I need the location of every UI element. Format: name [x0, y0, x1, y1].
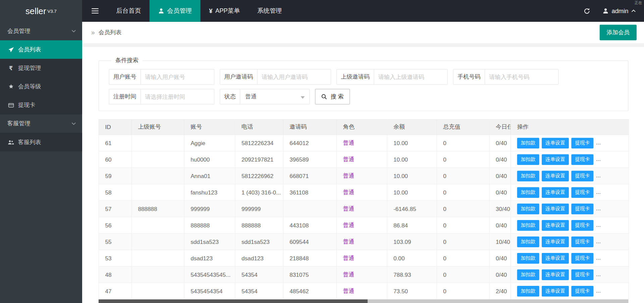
table-row: 56888888888888443108普通86.8400/40加扣款连单设置提… [99, 217, 629, 233]
combo-order-settings-button[interactable]: 连单设置 [542, 269, 569, 280]
more-actions[interactable]: ... [596, 139, 601, 146]
scrollbar-thumb[interactable] [99, 299, 368, 303]
sidebar-item-label: 会员列表 [18, 46, 41, 53]
more-actions[interactable]: ... [596, 172, 601, 179]
combo-order-settings-button[interactable]: 连单设置 [542, 171, 569, 181]
nav-tab[interactable]: 会员管理 [150, 0, 201, 22]
role-badge[interactable]: 普通 [343, 205, 354, 212]
combo-order-settings-button[interactable]: 连单设置 [542, 187, 569, 198]
withdraw-card-button[interactable]: 提现卡 [571, 154, 593, 165]
hamburger-icon[interactable] [82, 0, 108, 22]
withdraw-card-button[interactable]: 提现卡 [571, 286, 593, 296]
role-badge[interactable]: 普通 [343, 188, 354, 195]
topbar-right: admin [576, 0, 644, 22]
more-actions[interactable]: ... [596, 254, 601, 261]
nav-tab[interactable]: 后台首页 [108, 0, 150, 22]
cell-id: 59 [99, 168, 131, 184]
role-badge[interactable]: 普通 [343, 287, 354, 294]
withdraw-card-button[interactable]: 提现卡 [571, 187, 593, 198]
cell-role: 普通 [336, 233, 387, 250]
sidebar-item[interactable]: 会员等级 [0, 77, 82, 96]
sidebar-group[interactable]: 会员管理 [0, 22, 82, 40]
add-deduct-button[interactable]: 加扣款 [517, 253, 539, 263]
refresh-button[interactable] [576, 8, 599, 14]
nav-tab[interactable]: 系统管理 [249, 0, 290, 22]
cell-balance: 0.00 [387, 250, 437, 266]
add-deduct-button[interactable]: 加扣款 [517, 154, 539, 165]
search-button[interactable]: 搜 索 [315, 89, 350, 104]
sidebar-item[interactable]: 会员列表 [0, 40, 82, 59]
nav-tab[interactable]: ¥APP菜单 [201, 0, 249, 22]
sidebar-item[interactable]: ₹提现管理 [0, 59, 82, 77]
cell-account: sdd1sa523 [184, 233, 235, 250]
brand[interactable]: seller V3.7 [0, 0, 82, 22]
add-deduct-button[interactable]: 加扣款 [517, 220, 539, 230]
status-select[interactable]: 普通 [240, 89, 309, 104]
more-actions[interactable]: ... [596, 221, 601, 228]
combo-order-settings-button[interactable]: 连单设置 [542, 220, 569, 230]
combo-order-settings-button[interactable]: 连单设置 [542, 253, 569, 263]
more-actions[interactable]: ... [596, 287, 601, 294]
combo-order-settings-button[interactable]: 连单设置 [542, 204, 569, 214]
cell-role: 普通 [336, 151, 387, 168]
withdraw-card-button[interactable]: 提现卡 [571, 236, 593, 247]
add-member-button[interactable]: 添加会员 [600, 25, 637, 40]
combo-order-settings-button[interactable]: 连单设置 [542, 286, 569, 296]
add-deduct-button[interactable]: 加扣款 [517, 286, 539, 296]
field-input[interactable] [141, 70, 214, 84]
main-area: » 会员列表 添加会员 条件搜索 用户账号用户邀请码上级邀请码手机号码 注册时间… [82, 22, 644, 303]
user-menu[interactable]: admin [598, 7, 644, 14]
cell-actions: 加扣款连单设置提现卡... [511, 135, 629, 151]
more-actions[interactable]: ... [596, 205, 601, 212]
add-deduct-button[interactable]: 加扣款 [517, 171, 539, 181]
cell-balance: -6146.85 [387, 201, 437, 217]
add-deduct-button[interactable]: 加扣款 [517, 204, 539, 214]
more-actions[interactable]: ... [596, 238, 601, 245]
combo-order-settings-button[interactable]: 连单设置 [542, 138, 569, 148]
combo-order-settings-button[interactable]: 连单设置 [542, 154, 569, 165]
chevron-down-icon [71, 30, 76, 33]
column-header: 邀请码 [283, 120, 336, 135]
withdraw-card-button[interactable]: 提现卡 [571, 269, 593, 280]
sidebar-group[interactable]: 客服管理 [0, 114, 82, 133]
cell-id: 58 [99, 184, 131, 201]
field-input[interactable] [485, 70, 558, 84]
cell-role: 普通 [336, 184, 387, 201]
field-input[interactable] [374, 70, 447, 84]
cell-invite-code: 831075 [283, 266, 336, 283]
horizontal-scrollbar[interactable] [99, 299, 629, 303]
cell-id: 48 [99, 266, 131, 283]
column-header: 账号 [184, 120, 235, 135]
chevron-down-icon [301, 96, 305, 101]
more-actions[interactable]: ... [596, 188, 601, 195]
cell-account: dsad123 [184, 250, 235, 266]
more-actions[interactable]: ... [596, 271, 601, 277]
role-badge[interactable]: 普通 [343, 172, 354, 179]
withdraw-card-button[interactable]: 提现卡 [571, 138, 593, 148]
cell-balance: 86.84 [387, 217, 437, 233]
withdraw-card-button[interactable]: 提现卡 [571, 220, 593, 230]
role-badge[interactable]: 普通 [343, 271, 354, 277]
column-header: 上级账号 [131, 120, 184, 135]
cell-actions: 加扣款连单设置提现卡... [511, 266, 629, 283]
role-badge[interactable]: 普通 [343, 156, 354, 162]
role-badge[interactable]: 普通 [343, 221, 354, 228]
field-input[interactable] [141, 89, 214, 104]
add-deduct-button[interactable]: 加扣款 [517, 236, 539, 247]
role-badge[interactable]: 普通 [343, 139, 354, 146]
withdraw-card-button[interactable]: 提现卡 [571, 171, 593, 181]
role-badge[interactable]: 普通 [343, 238, 354, 245]
withdraw-card-button[interactable]: 提现卡 [571, 253, 593, 263]
sidebar-item[interactable]: 客服列表 [0, 133, 82, 152]
sidebar-item[interactable]: 提现卡 [0, 96, 82, 114]
field-input[interactable] [258, 70, 331, 84]
add-deduct-button[interactable]: 加扣款 [517, 269, 539, 280]
add-deduct-button[interactable]: 加扣款 [517, 138, 539, 148]
sidebar-item-label: 客服管理 [7, 120, 31, 127]
withdraw-card-button[interactable]: 提现卡 [571, 204, 593, 214]
combo-order-settings-button[interactable]: 连单设置 [542, 236, 569, 247]
search-icon [321, 94, 327, 99]
more-actions[interactable]: ... [596, 156, 601, 162]
role-badge[interactable]: 普通 [343, 254, 354, 261]
add-deduct-button[interactable]: 加扣款 [517, 187, 539, 198]
